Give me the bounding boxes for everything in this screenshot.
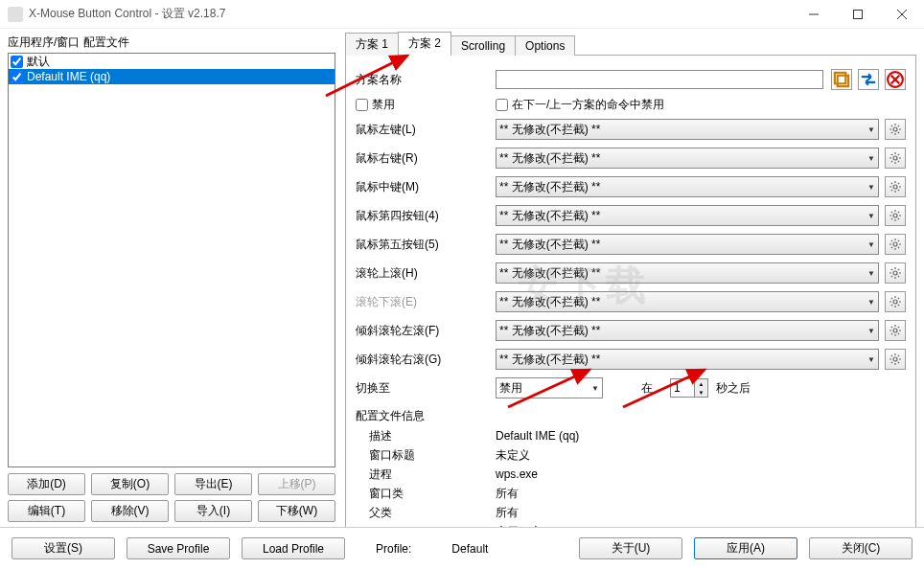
button-action-combo[interactable]: ** 无修改(不拦截) **▼ [496, 349, 879, 370]
info-label: 窗口标题 [356, 447, 496, 464]
copy-button[interactable]: 复制(O) [91, 473, 169, 495]
combo-value: ** 无修改(不拦截) ** [499, 265, 600, 282]
profile-item-default[interactable]: 默认 [9, 54, 335, 69]
info-value: 未定义 [496, 447, 530, 464]
tab-layer2[interactable]: 方案 2 [398, 32, 451, 56]
info-value: wps.exe [496, 467, 538, 481]
gear-button[interactable] [885, 234, 906, 255]
combo-value: ** 无修改(不拦截) ** [499, 323, 600, 339]
svg-point-9 [893, 127, 897, 131]
profile-value: Default [451, 542, 488, 556]
info-value: 所有 [496, 486, 519, 502]
about-button[interactable]: 关于(U) [579, 537, 682, 559]
gear-button[interactable] [885, 119, 906, 140]
info-value: Default IME (qq) [496, 429, 579, 443]
gear-button[interactable] [885, 320, 906, 341]
button-action-combo[interactable]: ** 无修改(不拦截) **▼ [496, 234, 879, 255]
right-panel: 方案 1 方案 2 Scrolling Options 方案名称 禁用 [345, 34, 916, 527]
disable-label: 禁用 [372, 97, 395, 113]
switch-to-label: 切换至 [356, 380, 496, 397]
close-app-button[interactable]: 关闭(C) [809, 537, 912, 559]
settings-button[interactable]: 设置(S) [12, 537, 115, 559]
chevron-down-icon: ▼ [867, 212, 875, 220]
chevron-down-icon: ▼ [867, 125, 875, 134]
export-button[interactable]: 导出(E) [174, 473, 252, 495]
profiles-caption: 应用程序/窗口 配置文件 [8, 34, 335, 51]
button-label: 倾斜滚轮左滚(F) [356, 323, 496, 339]
edit-button[interactable]: 编辑(T) [8, 500, 85, 522]
button-action-combo[interactable]: ** 无修改(不拦截) **▼ [496, 262, 879, 284]
info-label: 父类 [356, 505, 496, 521]
maximize-button[interactable] [836, 0, 880, 29]
tab-scrolling[interactable]: Scrolling [450, 35, 516, 56]
spin-up-icon[interactable]: ▲ [695, 379, 707, 388]
profile-list[interactable]: 默认 Default IME (qq) [8, 53, 335, 467]
gear-button[interactable] [885, 349, 906, 370]
import-button[interactable]: 导入(I) [174, 500, 252, 522]
footer: 设置(S) Save Profile Load Profile Profile:… [0, 527, 924, 569]
button-action-combo[interactable]: ** 无修改(不拦截) **▼ [496, 205, 879, 226]
move-up-button[interactable]: 上移(P) [258, 473, 335, 495]
at-label: 在 [641, 380, 653, 397]
layer-name-label: 方案名称 [356, 72, 496, 88]
svg-point-10 [893, 156, 897, 160]
svg-point-13 [893, 242, 897, 246]
add-button[interactable]: 添加(D) [8, 473, 85, 495]
info-label: 进程 [356, 467, 496, 483]
disable-prev-label: 在下一/上一方案的命令中禁用 [512, 97, 664, 113]
load-profile-button[interactable]: Load Profile [242, 537, 345, 559]
chevron-down-icon: ▼ [867, 327, 875, 335]
svg-point-11 [893, 185, 897, 189]
window-title: X-Mouse Button Control - 设置 v2.18.7 [29, 6, 225, 22]
combo-value: ** 无修改(不拦截) ** [499, 179, 600, 195]
switch-to-combo[interactable]: 禁用 ▼ [496, 377, 603, 398]
gear-button[interactable] [885, 291, 906, 312]
remove-button[interactable]: 移除(V) [91, 500, 169, 522]
switch-to-value: 禁用 [499, 380, 522, 397]
svg-point-16 [893, 329, 897, 332]
save-profile-button[interactable]: Save Profile [127, 537, 230, 559]
button-action-combo[interactable]: ** 无修改(不拦截) **▼ [496, 148, 879, 169]
layer-name-input[interactable] [496, 70, 823, 89]
combo-value: ** 无修改(不拦截) ** [499, 122, 600, 138]
svg-point-14 [893, 271, 897, 275]
swap-layer-icon[interactable] [858, 69, 879, 90]
tab-layer1[interactable]: 方案 1 [345, 33, 399, 56]
chevron-down-icon: ▼ [867, 269, 875, 278]
profile-checkbox[interactable] [11, 56, 23, 68]
button-action-combo[interactable]: ** 无修改(不拦截) **▼ [496, 320, 879, 341]
seconds-after-label: 秒之后 [716, 380, 751, 397]
button-action-combo[interactable]: ** 无修改(不拦截) **▼ [496, 176, 879, 197]
gear-button[interactable] [885, 148, 906, 169]
info-header: 配置文件信息 [356, 408, 906, 424]
button-label: 滚轮上滚(H) [356, 265, 496, 282]
svg-point-15 [893, 300, 897, 304]
combo-value: ** 无修改(不拦截) ** [499, 352, 600, 368]
profile-checkbox[interactable] [11, 71, 23, 83]
button-label: 鼠标右键(R) [356, 150, 496, 167]
gear-button[interactable] [885, 262, 906, 284]
info-label: 窗口类 [356, 486, 496, 502]
close-button[interactable] [880, 0, 924, 29]
seconds-spinner[interactable]: 1 ▲▼ [670, 378, 708, 398]
combo-value: ** 无修改(不拦截) ** [499, 208, 600, 224]
gear-button[interactable] [885, 205, 906, 226]
button-label: 鼠标中键(M) [356, 179, 496, 195]
button-action-combo[interactable]: ** 无修改(不拦截) **▼ [496, 119, 879, 140]
minimize-button[interactable] [792, 0, 836, 29]
copy-layer-icon[interactable] [831, 69, 852, 90]
seconds-value: 1 [671, 379, 694, 397]
disable-checkbox[interactable] [356, 99, 368, 111]
tab-options[interactable]: Options [515, 35, 575, 56]
button-action-combo[interactable]: ** 无修改(不拦截) **▼ [496, 291, 879, 312]
move-down-button[interactable]: 下移(W) [258, 500, 335, 522]
chevron-down-icon: ▼ [867, 240, 875, 249]
title-bar: X-Mouse Button Control - 设置 v2.18.7 [0, 0, 924, 29]
profile-item-ime[interactable]: Default IME (qq) [9, 69, 335, 84]
spin-down-icon[interactable]: ▼ [695, 388, 707, 397]
disable-prev-checkbox[interactable] [496, 99, 508, 111]
gear-button[interactable] [885, 176, 906, 197]
chevron-down-icon: ▼ [867, 154, 875, 163]
delete-layer-icon[interactable] [885, 69, 906, 90]
apply-button[interactable]: 应用(A) [694, 537, 797, 559]
